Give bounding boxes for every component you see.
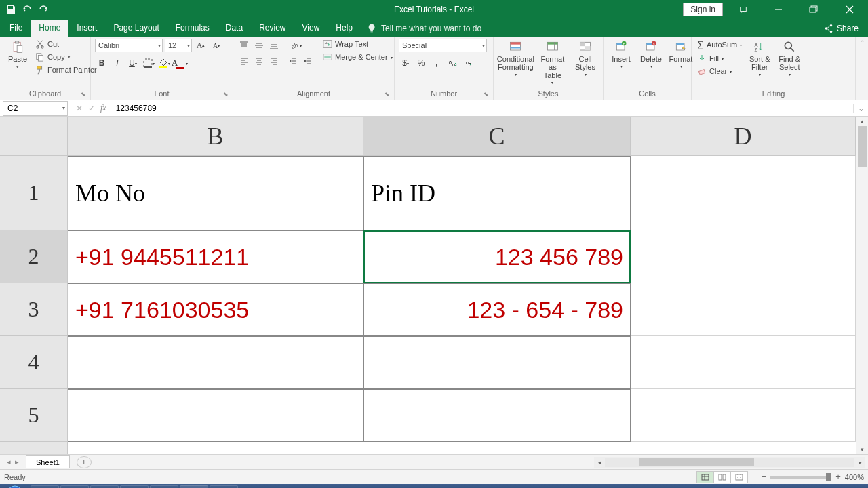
- taskbar-chrome-icon[interactable]: [60, 485, 89, 488]
- cell-c3[interactable]: 123 - 654 - 789: [363, 283, 631, 336]
- format-painter-button[interactable]: Format Painter: [34, 64, 98, 75]
- tab-page-layout[interactable]: Page Layout: [105, 20, 167, 37]
- zoom-out-icon[interactable]: −: [762, 472, 767, 482]
- cell-c2[interactable]: 123 456 789: [363, 230, 631, 283]
- delete-cells-button[interactable]: ×Delete▾: [637, 39, 665, 70]
- cell-b2[interactable]: +91 9445511211: [68, 230, 363, 283]
- decrease-indent-icon[interactable]: [286, 54, 300, 68]
- fill-button[interactable]: Fill ▾: [696, 53, 743, 64]
- autosum-button[interactable]: ∑AutoSum ▾: [696, 39, 743, 51]
- accounting-format-icon[interactable]: $▾: [399, 56, 412, 70]
- cell-b5[interactable]: [68, 389, 363, 442]
- decrease-decimal-icon[interactable]: .00.0: [461, 56, 475, 70]
- taskbar-access-icon[interactable]: A: [210, 485, 238, 488]
- font-name-combo[interactable]: Calibri▾: [95, 39, 163, 52]
- percent-format-icon[interactable]: %: [414, 56, 428, 70]
- tab-home[interactable]: Home: [31, 20, 68, 37]
- clipboard-launcher-icon[interactable]: ⬊: [81, 91, 86, 98]
- cell-c5[interactable]: [363, 389, 631, 442]
- format-cells-button[interactable]: Format▾: [667, 39, 694, 70]
- cell-d4[interactable]: [631, 336, 856, 389]
- align-middle-icon[interactable]: [252, 39, 266, 52]
- taskbar-word-icon[interactable]: W: [120, 485, 149, 488]
- tab-help[interactable]: Help: [328, 20, 361, 37]
- insert-cells-button[interactable]: +Insert▾: [608, 39, 635, 70]
- taskbar-app-icon[interactable]: [150, 485, 178, 488]
- font-size-combo[interactable]: 12▾: [165, 39, 192, 52]
- col-header-d[interactable]: D: [631, 117, 856, 155]
- sort-filter-button[interactable]: AZSort & Filter▾: [746, 39, 773, 79]
- name-box[interactable]: C2▾: [3, 101, 68, 116]
- paste-button[interactable]: Paste ▾: [4, 39, 31, 71]
- decrease-font-icon[interactable]: A▾: [210, 39, 223, 52]
- page-break-view-icon[interactable]: [730, 471, 748, 483]
- cell-b4[interactable]: [68, 336, 363, 389]
- cell-d5[interactable]: [631, 389, 856, 442]
- format-as-table-button[interactable]: Format as Table▾: [536, 39, 569, 87]
- number-format-combo[interactable]: Special▾: [399, 39, 487, 52]
- row-header-1[interactable]: 1: [0, 156, 67, 230]
- font-color-icon[interactable]: A▾: [173, 56, 186, 70]
- cell-d2[interactable]: [631, 230, 856, 283]
- redo-icon[interactable]: [38, 4, 49, 15]
- comma-format-icon[interactable]: ,: [430, 56, 443, 70]
- zoom-level[interactable]: 400%: [845, 473, 864, 481]
- fx-icon[interactable]: fx: [100, 103, 106, 113]
- undo-icon[interactable]: [22, 4, 33, 15]
- enter-icon[interactable]: ✓: [88, 104, 95, 113]
- normal-view-icon[interactable]: [696, 471, 714, 483]
- new-sheet-button[interactable]: +: [77, 456, 92, 468]
- bold-icon[interactable]: B: [95, 56, 108, 70]
- increase-font-icon[interactable]: A▴: [194, 39, 208, 52]
- vertical-scrollbar[interactable]: ▴▾: [856, 117, 868, 454]
- row-header-5[interactable]: 5: [0, 389, 67, 442]
- row-header-4[interactable]: 4: [0, 336, 67, 389]
- sheet-nav-prev-icon[interactable]: ◂: [7, 458, 11, 466]
- close-button[interactable]: [834, 0, 865, 19]
- select-all-corner[interactable]: [0, 117, 67, 156]
- share-button[interactable]: Share: [814, 20, 868, 37]
- tab-data[interactable]: Data: [218, 20, 251, 37]
- start-button[interactable]: [0, 484, 30, 488]
- horizontal-scrollbar[interactable]: ◂▸: [594, 457, 865, 468]
- row-header-3[interactable]: 3: [0, 283, 67, 336]
- formula-input[interactable]: 123456789: [112, 101, 853, 116]
- restore-button[interactable]: [799, 0, 829, 19]
- align-bottom-icon[interactable]: [267, 39, 281, 52]
- row-header-2[interactable]: 2: [0, 230, 67, 283]
- wrap-text-button[interactable]: abWrap Text: [321, 39, 394, 49]
- taskbar-excel-icon[interactable]: X: [180, 485, 208, 488]
- copy-button[interactable]: Copy ▾: [34, 52, 98, 62]
- cell-d3[interactable]: [631, 283, 856, 336]
- fill-color-icon[interactable]: ▾: [157, 56, 171, 70]
- increase-decimal-icon[interactable]: .0.00: [446, 56, 459, 70]
- cell-styles-button[interactable]: Cell Styles▾: [572, 39, 599, 79]
- tell-me[interactable]: Tell me what you want to do: [361, 20, 488, 37]
- align-left-icon[interactable]: [237, 54, 251, 68]
- cut-button[interactable]: Cut: [34, 39, 98, 49]
- clear-button[interactable]: Clear ▾: [696, 66, 743, 77]
- sheet-tab-1[interactable]: Sheet1: [26, 455, 70, 468]
- sign-in-button[interactable]: Sign in: [683, 3, 723, 16]
- col-header-b[interactable]: B: [68, 117, 363, 155]
- taskbar-powerpoint-icon[interactable]: P: [90, 485, 119, 488]
- tab-file[interactable]: File: [1, 20, 31, 37]
- minimize-button[interactable]: [764, 0, 793, 19]
- align-center-icon[interactable]: [252, 54, 266, 68]
- col-header-c[interactable]: C: [363, 117, 631, 155]
- cell-c1[interactable]: Pin ID: [363, 156, 631, 230]
- collapse-ribbon-icon[interactable]: ⌃: [856, 37, 868, 100]
- increase-indent-icon[interactable]: [301, 54, 315, 68]
- font-launcher-icon[interactable]: ⬊: [223, 91, 229, 98]
- number-launcher-icon[interactable]: ⬊: [484, 91, 489, 98]
- tab-view[interactable]: View: [294, 20, 328, 37]
- show-desktop-button[interactable]: [856, 484, 864, 488]
- cell-c4[interactable]: [363, 336, 631, 389]
- border-icon[interactable]: ▾: [142, 56, 155, 70]
- sheet-nav-next-icon[interactable]: ▸: [15, 458, 19, 466]
- tab-formulas[interactable]: Formulas: [167, 20, 218, 37]
- zoom-slider[interactable]: [770, 476, 831, 479]
- align-top-icon[interactable]: [237, 39, 251, 52]
- tab-review[interactable]: Review: [251, 20, 294, 37]
- italic-icon[interactable]: I: [111, 56, 124, 70]
